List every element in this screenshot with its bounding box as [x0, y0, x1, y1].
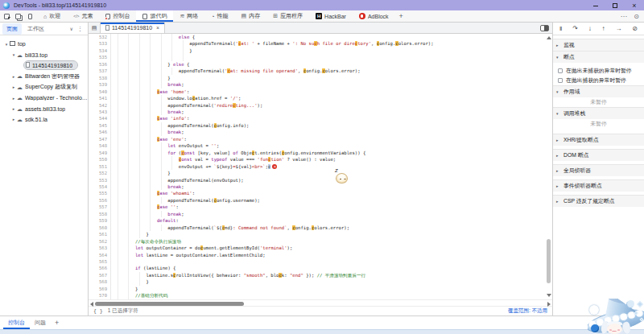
line-number[interactable]: 546 — [89, 129, 111, 135]
vertical-scrollbar[interactable] — [545, 34, 552, 299]
collapse-arrow-icon[interactable]: ▸ — [10, 96, 17, 101]
line-number[interactable]: 537 — [89, 68, 111, 74]
line-number[interactable]: 563 — [89, 245, 111, 251]
coverage-status[interactable]: 覆盖范围: 不适用 — [508, 307, 547, 315]
tree-item[interactable]: ▸☁sdk.51.la — [0, 114, 88, 125]
toggle-sidebar-icon[interactable] — [540, 25, 549, 31]
line-number[interactable]: 560 — [89, 225, 111, 231]
code-area[interactable]: 532 else {533 appendToTerminal('cat: ' +… — [89, 34, 552, 299]
line-number[interactable]: 570 — [89, 292, 111, 299]
collapse-arrow-icon[interactable]: ▸ — [10, 74, 17, 79]
line-number[interactable]: 556 — [89, 197, 111, 204]
mascot-button[interactable] — [591, 324, 599, 332]
settings-icon[interactable]: ⊙ — [634, 13, 639, 20]
line-number[interactable]: 559 — [89, 217, 111, 224]
collapse-arrow-icon[interactable]: ▸ — [10, 85, 17, 89]
toolbar-tab-performance[interactable]: ◔性能 — [204, 10, 234, 22]
line-number[interactable]: 539 — [89, 81, 111, 88]
toolbar-tab-memory[interactable]: ▤内存 — [235, 10, 267, 22]
toolbar-tab-adblock[interactable]: AdBlock — [353, 10, 395, 22]
section-header[interactable]: ▸XHR/提取断点 — [553, 134, 644, 146]
line-number[interactable]: 553 — [89, 177, 111, 183]
line-number[interactable]: 555 — [89, 190, 111, 196]
section-header[interactable]: ▸DOM 断点 — [553, 150, 644, 161]
device-emulation-icon[interactable] — [15, 14, 21, 19]
horizontal-scrollbar[interactable] — [89, 299, 552, 306]
line-number[interactable]: 547 — [89, 136, 111, 142]
maximize-button[interactable] — [612, 2, 618, 9]
section-header[interactable]: ▸监视 — [553, 39, 644, 51]
tab-page[interactable]: 页面 — [2, 23, 22, 35]
kebab-menu-icon[interactable]: ⋮ — [75, 26, 85, 32]
dock-icon[interactable] — [28, 14, 32, 19]
line-number[interactable]: 565 — [89, 258, 111, 265]
checkbox[interactable] — [558, 78, 563, 83]
line-number[interactable]: 542 — [89, 102, 111, 109]
line-number[interactable]: 534 — [89, 47, 111, 54]
section-header[interactable]: ▾断点 — [553, 52, 644, 63]
line-number[interactable]: 536 — [89, 61, 111, 68]
breakpoint-option[interactable]: 在抛出捕获的异常时暂停 — [553, 76, 644, 85]
line-number[interactable]: 562 — [89, 238, 111, 245]
line-number[interactable]: 543 — [89, 109, 111, 115]
line-number[interactable]: 532 — [89, 34, 111, 40]
inspect-icon[interactable] — [4, 14, 10, 19]
line-number[interactable]: 538 — [89, 75, 111, 81]
collapse-arrow-icon[interactable]: ▸ — [556, 183, 561, 188]
close-button[interactable]: × — [631, 2, 638, 9]
console-prompt-strip[interactable] — [0, 329, 644, 334]
breakpoint-option[interactable]: 在抛出未捕获的异常时暂停 — [553, 66, 644, 76]
expand-arrow-icon[interactable]: ▾ — [556, 89, 561, 94]
toolbar-tab-console[interactable]: 控制台 — [99, 10, 136, 22]
expand-arrow-icon[interactable]: ▾ — [10, 52, 17, 57]
line-number[interactable]: 569 — [89, 286, 111, 292]
expand-arrow-icon[interactable]: ▾ — [556, 111, 561, 116]
line-number[interactable]: 541 — [89, 95, 111, 101]
collapse-arrow-icon[interactable]: ▸ — [556, 153, 561, 158]
tree-item[interactable]: ▾top — [0, 39, 88, 49]
section-header[interactable]: ▸事件侦听器断点 — [553, 180, 644, 192]
line-number[interactable]: 545 — [89, 122, 111, 129]
line-number[interactable]: 568 — [89, 278, 111, 285]
line-number[interactable]: 535 — [89, 54, 111, 60]
toolbar-tab-application[interactable]: ⊞应用程序 — [266, 10, 309, 22]
line-number[interactable]: 550 — [89, 156, 111, 163]
collapse-arrow-icon[interactable]: ▸ — [556, 138, 561, 142]
section-header[interactable]: ▾调用堆栈 — [553, 108, 644, 119]
expand-arrow-icon[interactable]: ▾ — [3, 42, 10, 47]
editor-tab[interactable]: 1145141919810 × — [100, 23, 165, 33]
expand-arrow-icon[interactable]: ▾ — [556, 55, 561, 60]
line-number[interactable]: 533 — [89, 40, 111, 47]
line-number[interactable]: 558 — [89, 211, 111, 217]
step-out-icon[interactable]: ↑ — [602, 26, 605, 32]
toolbar-tab-hackbar[interactable]: HHackBar — [309, 10, 353, 22]
step-into-icon[interactable]: ↓ — [588, 26, 592, 32]
add-drawer-tab-button[interactable]: + — [51, 316, 63, 329]
tree-item[interactable]: ▸☁Wappalyzer - Technology p... — [0, 93, 88, 103]
toolbar-tab-home[interactable]: ⌂欢迎 — [37, 10, 67, 22]
line-number[interactable]: 549 — [89, 150, 111, 156]
add-panel-button[interactable]: + — [395, 10, 407, 22]
tree-item[interactable]: ▸☁assets.bili33.top — [0, 103, 88, 113]
section-header[interactable]: ▸全局侦听器 — [553, 165, 644, 176]
line-number[interactable]: 564 — [89, 252, 111, 258]
line-number[interactable]: 544 — [89, 115, 111, 122]
tree-item[interactable]: ▸☁Bitwarden 密码管理器 — [0, 71, 88, 81]
collapse-arrow-icon[interactable]: ▸ — [556, 168, 561, 173]
toolbar-tab-sources[interactable]: 源代码 — [136, 10, 173, 22]
line-number[interactable]: 548 — [89, 142, 111, 149]
tree-item[interactable]: 1145141919810 — [0, 60, 88, 71]
toolbar-tab-elements[interactable]: </>元素 — [67, 10, 99, 22]
tree-item[interactable]: ▸☁SuperCopy 超级复制 — [0, 82, 88, 93]
line-number[interactable]: 552 — [89, 170, 111, 176]
tab-list-icon[interactable]: ▤ — [89, 23, 100, 33]
tab-console[interactable]: 控制台 — [3, 316, 30, 329]
deactivate-breakpoints-icon[interactable]: ⊘ — [632, 26, 638, 32]
line-number[interactable]: 561 — [89, 231, 111, 237]
tab-issues[interactable]: 问题 — [30, 316, 51, 329]
collapse-arrow-icon[interactable]: ▸ — [10, 117, 17, 122]
line-number[interactable]: 551 — [89, 163, 111, 170]
section-header[interactable]: ▾作用域 — [553, 86, 644, 97]
more-options-icon[interactable]: ⋯ — [621, 13, 628, 20]
line-number[interactable]: 557 — [89, 204, 111, 210]
